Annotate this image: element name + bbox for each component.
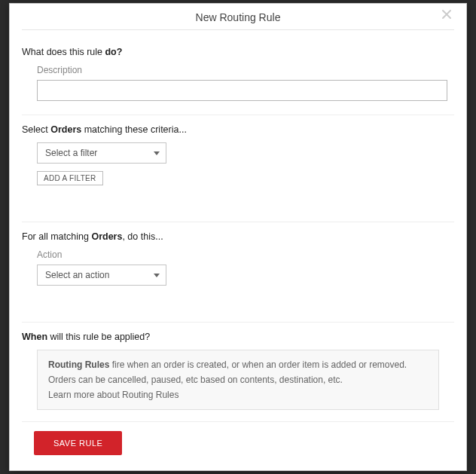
when-info-box: Routing Rules fire when an order is crea… xyxy=(37,350,439,410)
filter-select[interactable]: Select a filter xyxy=(37,142,166,164)
section-what-title-bold: do? xyxy=(105,47,122,57)
add-filter-button[interactable]: ADD A FILTER xyxy=(37,171,103,185)
section-what: What does this rule do? Description xyxy=(22,38,454,115)
section-what-title-prefix: What does this rule xyxy=(22,47,105,57)
description-input[interactable] xyxy=(37,80,447,101)
chevron-down-icon xyxy=(154,151,160,155)
info-line1-bold: Routing Rules xyxy=(48,359,109,370)
new-routing-rule-modal: New Routing Rule What does this rule do?… xyxy=(9,3,467,471)
close-button[interactable] xyxy=(439,8,454,23)
section-criteria-title: Select Orders matching these criteria... xyxy=(22,124,454,135)
section-criteria-title-bold: Orders xyxy=(50,124,81,135)
section-action: For all matching Orders, do this... Acti… xyxy=(22,222,454,323)
section-what-title: What does this rule do? xyxy=(22,47,454,57)
modal-title: New Routing Rule xyxy=(196,11,281,23)
section-action-title-bold: Orders xyxy=(91,231,122,242)
filter-select-value: Select a filter xyxy=(45,148,97,158)
action-select[interactable]: Select an action xyxy=(37,265,166,286)
close-icon xyxy=(441,11,453,23)
info-line-1: Routing Rules fire when an order is crea… xyxy=(48,359,428,370)
section-when: When will this rule be applied? Routing … xyxy=(22,323,454,424)
modal-body: What does this rule do? Description Sele… xyxy=(10,30,466,424)
section-when-title: When will this rule be applied? xyxy=(22,332,454,342)
info-line-2: Orders can be cancelled, paused, etc bas… xyxy=(48,375,428,385)
section-action-title-suffix: , do this... xyxy=(122,231,163,242)
action-select-value: Select an action xyxy=(45,270,109,280)
save-rule-button[interactable]: SAVE RULE xyxy=(34,431,122,455)
action-label: Action xyxy=(37,249,454,260)
section-criteria-title-prefix: Select xyxy=(22,124,50,135)
description-label: Description xyxy=(37,65,454,75)
section-action-title-prefix: For all matching xyxy=(22,231,91,242)
info-line1-rest: fire when an order is created, or when a… xyxy=(109,359,407,370)
section-when-title-suffix: will this rule be applied? xyxy=(47,332,150,342)
section-action-title: For all matching Orders, do this... xyxy=(22,231,454,242)
modal-footer: SAVE RULE xyxy=(22,421,454,470)
section-criteria-title-suffix: matching these criteria... xyxy=(81,124,187,135)
info-line-3: Learn more about Routing Rules xyxy=(48,390,428,400)
learn-more-link[interactable]: Learn more about Routing Rules xyxy=(48,390,178,400)
section-criteria: Select Orders matching these criteria...… xyxy=(22,115,454,222)
chevron-down-icon xyxy=(154,274,160,277)
section-when-title-bold: When xyxy=(22,332,47,342)
modal-header: New Routing Rule xyxy=(22,4,454,30)
